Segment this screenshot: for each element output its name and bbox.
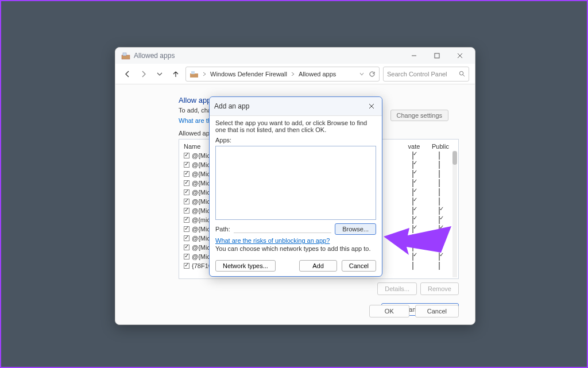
firewall-icon bbox=[121, 51, 130, 60]
svg-point-8 bbox=[459, 71, 463, 75]
apps-label: Apps: bbox=[215, 137, 376, 144]
col-public[interactable]: Public bbox=[427, 143, 454, 150]
breadcrumb-root[interactable]: Windows Defender Firewall bbox=[210, 71, 287, 78]
public-checkbox[interactable] bbox=[427, 244, 454, 251]
public-checkbox[interactable] bbox=[427, 198, 454, 205]
app-checkbox[interactable] bbox=[184, 235, 189, 241]
breadcrumb-leaf[interactable]: Allowed apps bbox=[299, 71, 336, 78]
chevron-down-icon[interactable] bbox=[359, 72, 364, 76]
cancel-button[interactable]: Cancel bbox=[415, 305, 459, 317]
refresh-icon[interactable] bbox=[369, 71, 376, 78]
window-title: Allowed apps bbox=[134, 52, 403, 60]
app-checkbox[interactable] bbox=[184, 199, 189, 204]
search-icon bbox=[459, 71, 465, 77]
add-button[interactable]: Add bbox=[299, 260, 337, 272]
breadcrumb[interactable]: Windows Defender Firewall Allowed apps bbox=[185, 67, 380, 82]
remove-button[interactable]: Remove bbox=[420, 282, 459, 295]
unblock-risks-link[interactable]: What are the risks of unblocking an app? bbox=[215, 237, 376, 244]
private-checkbox[interactable] bbox=[401, 171, 427, 177]
public-checkbox[interactable] bbox=[427, 171, 454, 177]
private-checkbox[interactable] bbox=[401, 244, 427, 251]
app-checkbox[interactable] bbox=[184, 208, 189, 214]
app-checkbox[interactable] bbox=[184, 263, 189, 269]
search-placeholder: Search Control Panel bbox=[387, 71, 459, 78]
browse-button[interactable]: Browse... bbox=[335, 223, 376, 235]
chevron-right-icon bbox=[291, 72, 295, 76]
ok-button[interactable]: OK bbox=[369, 305, 409, 317]
close-button[interactable] bbox=[448, 48, 471, 64]
recent-dropdown-icon[interactable] bbox=[153, 68, 166, 80]
minimize-button[interactable] bbox=[403, 48, 425, 64]
scrollbar[interactable] bbox=[452, 151, 457, 277]
private-checkbox[interactable] bbox=[401, 207, 427, 214]
app-checkbox[interactable] bbox=[184, 189, 189, 195]
navbar: Windows Defender Firewall Allowed apps S… bbox=[115, 64, 475, 84]
private-checkbox[interactable] bbox=[401, 253, 427, 260]
app-checkbox[interactable] bbox=[184, 217, 189, 223]
change-settings-button[interactable]: Change settings bbox=[390, 110, 449, 121]
private-checkbox[interactable] bbox=[401, 235, 427, 242]
app-checkbox[interactable] bbox=[184, 171, 189, 177]
public-checkbox[interactable] bbox=[427, 180, 454, 187]
dialog-titlebar: Add an app bbox=[210, 97, 382, 116]
titlebar: Allowed apps bbox=[115, 48, 475, 64]
app-checkbox[interactable] bbox=[184, 245, 189, 250]
back-button[interactable] bbox=[121, 68, 134, 80]
forward-button[interactable] bbox=[137, 68, 150, 80]
col-private[interactable]: vate bbox=[401, 143, 427, 150]
public-checkbox[interactable] bbox=[427, 216, 454, 223]
dialog-title: Add an app bbox=[214, 102, 366, 110]
search-input[interactable]: Search Control Panel bbox=[383, 67, 469, 82]
private-checkbox[interactable] bbox=[401, 216, 427, 223]
details-button[interactable]: Details... bbox=[377, 282, 417, 295]
add-app-dialog: Add an app Select the app you want to ad… bbox=[209, 96, 382, 277]
public-checkbox[interactable] bbox=[427, 161, 454, 168]
up-button[interactable] bbox=[169, 68, 182, 80]
svg-line-9 bbox=[463, 75, 465, 76]
public-checkbox[interactable] bbox=[427, 262, 454, 269]
chevron-right-icon bbox=[202, 72, 207, 76]
app-checkbox[interactable] bbox=[184, 153, 189, 158]
public-checkbox[interactable] bbox=[427, 189, 454, 196]
private-checkbox[interactable] bbox=[401, 180, 427, 187]
app-checkbox[interactable] bbox=[184, 180, 189, 186]
path-label: Path: bbox=[215, 226, 230, 233]
svg-rect-1 bbox=[123, 53, 126, 56]
private-checkbox[interactable] bbox=[401, 152, 427, 159]
maximize-button[interactable] bbox=[425, 48, 448, 64]
public-checkbox[interactable] bbox=[427, 207, 454, 214]
app-checkbox[interactable] bbox=[184, 162, 189, 168]
network-type-desc: You can choose which network types to ad… bbox=[215, 245, 376, 252]
path-input[interactable] bbox=[234, 225, 331, 233]
private-checkbox[interactable] bbox=[401, 198, 427, 205]
app-checkbox[interactable] bbox=[184, 254, 189, 259]
public-checkbox[interactable] bbox=[427, 226, 454, 233]
public-checkbox[interactable] bbox=[427, 152, 454, 159]
svg-rect-7 bbox=[191, 71, 195, 74]
firewall-icon bbox=[189, 69, 199, 79]
svg-rect-6 bbox=[190, 73, 198, 78]
public-checkbox[interactable] bbox=[427, 253, 454, 260]
app-checkbox[interactable] bbox=[184, 226, 189, 232]
dialog-close-button[interactable] bbox=[366, 100, 377, 112]
dialog-cancel-button[interactable]: Cancel bbox=[342, 260, 376, 272]
svg-rect-3 bbox=[435, 53, 439, 58]
network-types-button[interactable]: Network types... bbox=[215, 260, 276, 272]
dialog-instruction: Select the app you want to add, or click… bbox=[215, 119, 376, 133]
private-checkbox[interactable] bbox=[401, 226, 427, 233]
private-checkbox[interactable] bbox=[401, 161, 427, 168]
private-checkbox[interactable] bbox=[401, 189, 427, 196]
private-checkbox[interactable] bbox=[401, 262, 427, 269]
public-checkbox[interactable] bbox=[427, 235, 454, 242]
apps-listbox[interactable] bbox=[215, 146, 376, 220]
